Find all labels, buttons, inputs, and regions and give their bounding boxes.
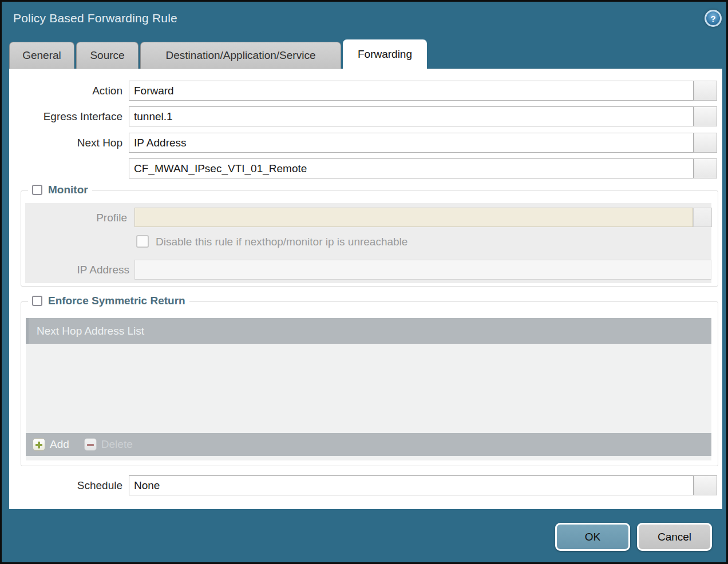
next-hop-type-input[interactable] bbox=[129, 133, 694, 153]
schedule-input[interactable] bbox=[129, 475, 694, 495]
delete-button: Delete bbox=[84, 438, 133, 451]
enforce-legend: Enforce Symmetric Return bbox=[28, 295, 189, 307]
action-dropdown-button[interactable] bbox=[694, 81, 717, 101]
enforce-symmetric-return-checkbox[interactable] bbox=[32, 296, 42, 306]
schedule-label: Schedule bbox=[9, 475, 122, 495]
tab-source[interactable]: Source bbox=[76, 42, 139, 69]
forwarding-tab-panel: Action Egress Interface Next Hop bbox=[9, 69, 722, 509]
monitor-checkbox[interactable] bbox=[32, 185, 42, 195]
disable-rule-checkbox bbox=[136, 235, 149, 248]
action-input[interactable] bbox=[129, 81, 694, 101]
schedule-dropdown-button[interactable] bbox=[694, 475, 717, 495]
monitor-ip-address-label: IP Address bbox=[25, 260, 129, 280]
delete-button-label: Delete bbox=[101, 438, 133, 451]
monitor-legend: Monitor bbox=[28, 184, 92, 196]
egress-interface-input[interactable] bbox=[129, 106, 694, 126]
monitor-panel: Profile Disable this rule if nexthop/mon… bbox=[25, 203, 711, 283]
disable-rule-label: Disable this rule if nexthop/monitor ip … bbox=[156, 235, 407, 249]
egress-interface-dropdown-button[interactable] bbox=[694, 106, 717, 126]
next-hop-label: Next Hop bbox=[9, 133, 122, 153]
monitor-fieldset: Monitor Profile Disable this rule if nex… bbox=[21, 190, 718, 287]
next-hop-address-list-table: Next Hop Address List Add Delete bbox=[26, 318, 711, 460]
next-hop-address-list-header: Next Hop Address List bbox=[26, 318, 711, 344]
plus-icon bbox=[33, 438, 45, 451]
tab-destination-application-service[interactable]: Destination/Application/Service bbox=[140, 42, 341, 69]
add-button-label: Add bbox=[50, 438, 69, 451]
monitor-legend-label: Monitor bbox=[48, 184, 88, 196]
profile-input bbox=[134, 208, 693, 227]
ok-button[interactable]: OK bbox=[555, 523, 630, 551]
enforce-legend-label: Enforce Symmetric Return bbox=[48, 295, 185, 307]
add-button[interactable]: Add bbox=[33, 438, 69, 451]
enforce-symmetric-return-fieldset: Enforce Symmetric Return Next Hop Addres… bbox=[21, 301, 718, 466]
dialog-title: Policy Based Forwarding Rule bbox=[13, 11, 177, 25]
pbf-rule-dialog: Policy Based Forwarding Rule ? General S… bbox=[0, 0, 728, 564]
tab-bar: General Source Destination/Application/S… bbox=[9, 42, 427, 69]
action-label: Action bbox=[9, 81, 122, 101]
tab-forwarding[interactable]: Forwarding bbox=[343, 39, 427, 69]
next-hop-address-list-body[interactable] bbox=[26, 344, 711, 433]
help-icon[interactable]: ? bbox=[705, 10, 722, 27]
monitor-ip-address-input bbox=[134, 260, 711, 280]
profile-dropdown-button bbox=[693, 208, 712, 227]
egress-interface-label: Egress Interface bbox=[9, 106, 122, 126]
cancel-button[interactable]: Cancel bbox=[637, 523, 712, 551]
next-hop-address-input[interactable] bbox=[129, 158, 694, 178]
profile-label: Profile bbox=[25, 208, 127, 228]
next-hop-address-list-toolbar: Add Delete bbox=[26, 433, 711, 456]
minus-icon bbox=[84, 438, 97, 451]
next-hop-address-dropdown-button[interactable] bbox=[694, 158, 717, 178]
tab-general[interactable]: General bbox=[9, 42, 74, 69]
next-hop-type-dropdown-button[interactable] bbox=[694, 133, 717, 153]
